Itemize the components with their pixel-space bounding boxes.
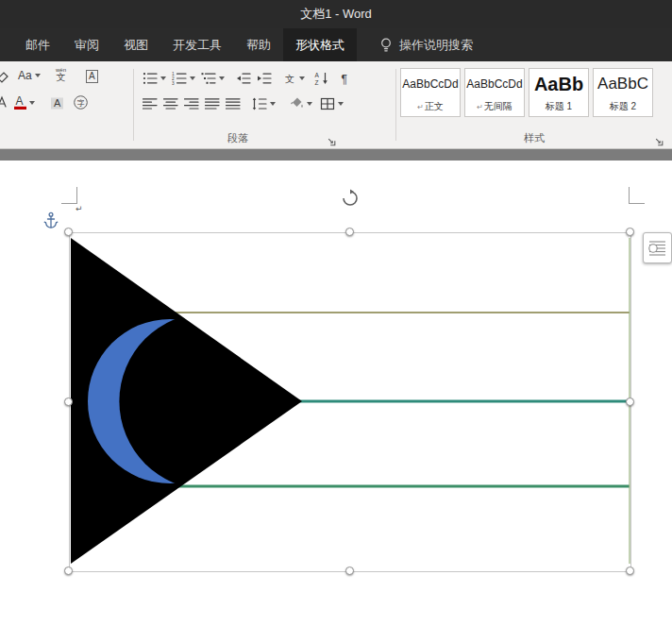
distribute-button[interactable] bbox=[223, 94, 244, 113]
ribbon-tab-bar: 邮件 审阅 视图 开发工具 帮助 形状格式 操作说明搜索 bbox=[0, 28, 672, 61]
chevron-down-icon bbox=[35, 74, 41, 77]
anchor-icon[interactable] bbox=[43, 211, 59, 230]
tab-view[interactable]: 视图 bbox=[111, 28, 160, 61]
chevron-down-icon bbox=[338, 102, 344, 106]
multilevel-list-icon bbox=[201, 71, 216, 86]
svg-text:字: 字 bbox=[77, 99, 85, 108]
handle-top-center[interactable] bbox=[345, 228, 354, 236]
style-card-heading2[interactable]: AaBbC 标题 2 bbox=[593, 68, 653, 117]
align-center-button[interactable] bbox=[160, 94, 181, 113]
font-color-button[interactable]: A bbox=[11, 93, 38, 112]
align-right-button[interactable] bbox=[181, 94, 202, 113]
chevron-down-icon bbox=[307, 102, 312, 106]
borders-grid-icon bbox=[320, 96, 335, 111]
sort-button[interactable]: A Z bbox=[311, 69, 332, 88]
style-preview: AaBb bbox=[529, 69, 588, 99]
document-area: ↵ bbox=[0, 149, 672, 626]
character-shading-icon: A bbox=[50, 95, 64, 110]
borders-button[interactable] bbox=[317, 94, 346, 113]
style-preview: AaBbCcDd bbox=[465, 69, 524, 99]
line-spacing-icon bbox=[252, 96, 267, 111]
show-hide-marks-button[interactable]: ¶ bbox=[336, 69, 355, 88]
ribbon: Aa wén 文 A A bbox=[0, 61, 672, 149]
font-color-icon: A bbox=[14, 94, 26, 110]
increase-indent-button[interactable] bbox=[254, 69, 275, 88]
svg-text:A: A bbox=[16, 94, 24, 108]
justify-button[interactable] bbox=[202, 94, 223, 113]
handle-bottom-left[interactable] bbox=[64, 567, 73, 575]
chevron-down-icon bbox=[270, 102, 276, 106]
align-right-icon bbox=[184, 96, 199, 111]
svg-text:¶: ¶ bbox=[342, 73, 347, 86]
font-group-partial: Aa wén 文 A A bbox=[0, 61, 132, 148]
bullets-button[interactable] bbox=[140, 69, 169, 88]
handle-bottom-center[interactable] bbox=[345, 567, 354, 575]
page[interactable]: ↵ bbox=[0, 161, 672, 626]
rotate-handle[interactable] bbox=[341, 189, 360, 208]
chevron-down-icon bbox=[160, 76, 166, 80]
increase-indent-icon bbox=[257, 71, 272, 86]
layout-options-button[interactable] bbox=[643, 232, 672, 263]
paragraph-group: 1 2 3 bbox=[134, 61, 395, 148]
align-left-button[interactable] bbox=[140, 94, 160, 113]
style-card-normal[interactable]: AaBbCcDd ↵正文 bbox=[400, 68, 461, 117]
shading-button[interactable] bbox=[286, 94, 315, 113]
bullet-list-icon bbox=[143, 71, 158, 86]
style-card-no-spacing[interactable]: AaBbCcDd ↵无间隔 bbox=[464, 68, 525, 117]
lightbulb-icon bbox=[379, 37, 393, 54]
tab-help[interactable]: 帮助 bbox=[234, 28, 283, 61]
eraser-icon bbox=[0, 69, 9, 84]
handle-middle-right[interactable] bbox=[626, 398, 634, 406]
chevron-down-icon bbox=[219, 76, 225, 80]
tab-review[interactable]: 审阅 bbox=[62, 28, 111, 61]
layout-options-icon bbox=[648, 239, 666, 257]
tab-mailings[interactable]: 邮件 bbox=[13, 28, 62, 61]
paint-bucket-icon bbox=[289, 96, 304, 111]
tell-me-search[interactable]: 操作说明搜索 bbox=[379, 28, 473, 61]
chevron-down-icon bbox=[190, 76, 195, 80]
pilcrow-icon: ¶ bbox=[339, 71, 352, 86]
styles-dialog-launcher[interactable] bbox=[654, 134, 664, 144]
selection-bounding-box bbox=[69, 232, 631, 572]
character-border-icon: A bbox=[86, 70, 98, 83]
svg-text:3: 3 bbox=[172, 81, 175, 86]
clear-format-button[interactable] bbox=[0, 67, 12, 86]
chevron-down-icon bbox=[299, 76, 305, 80]
style-card-heading1[interactable]: AaBb 标题 1 bbox=[529, 68, 589, 117]
dialog-launcher-icon bbox=[327, 137, 337, 147]
change-case-button[interactable]: Aa bbox=[15, 67, 43, 84]
svg-text:A: A bbox=[54, 97, 61, 109]
handle-bottom-right[interactable] bbox=[626, 567, 634, 575]
numbering-button[interactable]: 1 2 3 bbox=[169, 69, 198, 88]
style-name: ↵无间隔 bbox=[465, 100, 524, 116]
character-border-button[interactable]: A bbox=[83, 68, 101, 85]
multilevel-list-button[interactable] bbox=[198, 69, 227, 88]
align-center-icon bbox=[163, 96, 178, 111]
phonetic-guide-icon: wén 文 bbox=[56, 67, 66, 82]
decrease-indent-button[interactable] bbox=[233, 69, 254, 88]
dialog-launcher-icon bbox=[654, 137, 664, 147]
tab-developer[interactable]: 开发工具 bbox=[160, 28, 234, 61]
titlebar: 文档1 - Word bbox=[0, 0, 672, 28]
paragraph-dialog-launcher[interactable] bbox=[327, 134, 337, 144]
handle-top-left[interactable] bbox=[64, 228, 73, 236]
asian-layout-button[interactable]: 文 bbox=[280, 69, 308, 88]
handle-middle-left[interactable] bbox=[64, 398, 73, 406]
distribute-icon bbox=[226, 96, 241, 111]
line-spacing-button[interactable] bbox=[249, 94, 278, 113]
style-preview: AaBbC bbox=[594, 69, 652, 99]
decrease-indent-icon bbox=[236, 71, 251, 86]
pilcrow-mark: ↵ bbox=[417, 103, 424, 111]
phonetic-guide-button[interactable]: wén 文 bbox=[53, 65, 69, 84]
style-preview: AaBbCcDd bbox=[401, 69, 460, 99]
enclose-characters-icon: 字 bbox=[73, 94, 89, 110]
enclose-characters-button[interactable]: 字 bbox=[70, 93, 92, 112]
handle-top-right[interactable] bbox=[626, 228, 634, 236]
styles-group: AaBbCcDd ↵正文 AaBbCcDd ↵无间隔 AaBb 标题 1 bbox=[396, 61, 672, 148]
character-shading-button[interactable]: A bbox=[47, 93, 67, 112]
style-name: 标题 1 bbox=[529, 100, 588, 116]
tab-shape-format[interactable]: 形状格式 bbox=[283, 28, 357, 61]
align-left-icon bbox=[143, 96, 158, 111]
style-name: ↵正文 bbox=[401, 100, 460, 116]
window-title: 文档1 - Word bbox=[300, 6, 372, 23]
